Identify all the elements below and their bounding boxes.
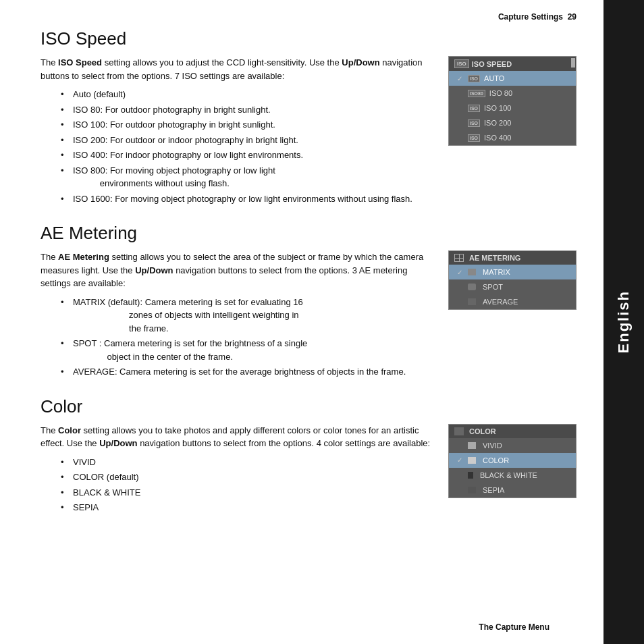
ae-metering-body: The AE Metering setting allows you to se…: [41, 250, 435, 290]
color-item-bw[interactable]: BLACK & WHITE: [449, 468, 576, 483]
color-label-bw: BLACK & WHITE: [480, 471, 537, 479]
iso-check-auto: ✓: [457, 75, 464, 82]
page-content: Capture Settings 29 ISO Speed The ISO Sp…: [0, 0, 603, 644]
iso-item-400[interactable]: ISO ISO 400: [449, 130, 576, 145]
color-body: The Color setting allows you to take pho…: [41, 424, 435, 450]
iso-item-auto[interactable]: ✓ ISO AUTO: [449, 71, 576, 86]
footer-label: The Capture Menu: [479, 622, 549, 632]
iso-item-200[interactable]: ISO ISO 200: [449, 115, 576, 130]
list-item: AVERAGE: Camera metering is set for the …: [61, 365, 435, 379]
iso-item-100[interactable]: ISO ISO 100: [449, 101, 576, 115]
average-icon: [468, 298, 476, 305]
iso-speed-inner: The ISO Speed setting allows you to adju…: [41, 56, 576, 212]
ae-label-matrix: MATRIX: [483, 268, 510, 276]
ae-metering-section: AE Metering The AE Metering setting allo…: [41, 223, 576, 385]
iso-speed-text: The ISO Speed setting allows you to adju…: [41, 56, 435, 212]
ae-metering-title: AE Metering: [41, 223, 576, 244]
iso-item-80[interactable]: ISO80 ISO 80: [449, 86, 576, 101]
iso-label-80: ISO 80: [489, 89, 512, 97]
color-text: The Color setting allows you to take pho…: [41, 424, 435, 521]
color-icon: [468, 457, 476, 464]
ae-item-spot[interactable]: SPOT: [449, 279, 576, 294]
spot-icon: [468, 284, 476, 290]
iso-speed-panel: ISO ISO SPEED ✓ ISO AUTO ISO80 ISO 80 IS…: [448, 56, 576, 146]
color-panel-header: COLOR: [449, 425, 576, 438]
ae-metering-text: The AE Metering setting allows you to se…: [41, 250, 435, 385]
sepia-icon: [468, 487, 476, 493]
iso-speed-title: ISO Speed: [41, 28, 576, 49]
iso-label-auto: AUTO: [484, 74, 504, 82]
list-item: ISO 80: For outdoor photography in brigh…: [61, 103, 435, 117]
matrix-icon: [468, 269, 476, 275]
iso-label-200: ISO 200: [484, 119, 511, 127]
bw-icon: [468, 472, 473, 479]
iso-speed-body: The ISO Speed setting allows you to adju…: [41, 56, 435, 82]
color-title: Color: [41, 396, 576, 417]
color-label-vivid: VIVID: [483, 441, 502, 450]
color-item-color[interactable]: ✓ COLOR: [449, 453, 576, 468]
iso-speed-section: ISO Speed The ISO Speed setting allows y…: [41, 28, 576, 212]
iso-header-icon: ISO: [454, 59, 469, 68]
vivid-icon: [468, 442, 476, 449]
list-item: ISO 100: For outdoor photography in brig…: [61, 118, 435, 132]
iso-panel-header: ISO ISO SPEED: [449, 57, 576, 71]
page-footer: The Capture Menu: [479, 622, 549, 632]
ae-item-matrix[interactable]: ✓ MATRIX: [449, 265, 576, 279]
iso-speed-list: Auto (default) ISO 80: For outdoor photo…: [61, 88, 435, 205]
color-item-vivid[interactable]: VIVID: [449, 438, 576, 453]
color-section: Color The Color setting allows you to ta…: [41, 396, 576, 521]
list-item: ISO 400: For indoor photography or low l…: [61, 149, 435, 162]
english-tab: English: [603, 0, 644, 644]
color-header-icon: [454, 427, 464, 435]
list-item: ISO 1600: For moving object photography …: [61, 192, 435, 206]
list-item: COLOR (default): [61, 471, 435, 484]
page-number: 29: [568, 12, 576, 22]
color-check-color: ✓: [457, 456, 464, 464]
list-item: ISO 800: For moving object photography o…: [61, 164, 435, 190]
color-panel: COLOR VIVID ✓ COLOR BLACK & WHITE: [448, 424, 576, 498]
list-item: SEPIA: [61, 501, 435, 514]
iso-icon-80: ISO80: [468, 90, 485, 97]
color-label-color: COLOR: [483, 456, 509, 464]
list-item: VIVID: [61, 456, 435, 469]
ae-header-icon: [454, 254, 464, 262]
iso-icon: ISO: [468, 75, 480, 82]
color-panel-title: COLOR: [469, 427, 496, 435]
color-inner: The Color setting allows you to take pho…: [41, 424, 576, 521]
english-tab-label: English: [615, 290, 633, 353]
iso-label-100: ISO 100: [484, 104, 511, 112]
iso-icon-100: ISO: [468, 105, 480, 112]
page-header: Capture Settings 29: [41, 12, 576, 22]
iso-icon-200: ISO: [468, 119, 480, 127]
ae-item-average[interactable]: AVERAGE: [449, 294, 576, 309]
ae-metering-panel: AE METERING ✓ MATRIX SPOT AVERAGE: [448, 250, 576, 310]
scrollbar-thumb[interactable]: [571, 58, 575, 68]
list-item: Auto (default): [61, 88, 435, 101]
color-label-sepia: SEPIA: [483, 486, 504, 494]
list-item: ISO 200: For outdoor or indoor photograp…: [61, 134, 435, 147]
ae-label-average: AVERAGE: [483, 298, 518, 306]
ae-metering-list: MATRIX (default): Camera metering is set…: [61, 296, 435, 379]
ae-label-spot: SPOT: [483, 283, 503, 291]
ae-panel-header: AE METERING: [449, 251, 576, 265]
ae-metering-inner: The AE Metering setting allows you to se…: [41, 250, 576, 385]
list-item: SPOT : Camera metering is set for the br…: [61, 337, 435, 363]
iso-label-400: ISO 400: [484, 134, 511, 142]
ae-check-matrix: ✓: [457, 269, 464, 276]
list-item: BLACK & WHITE: [61, 486, 435, 500]
ae-panel-title: AE METERING: [469, 254, 520, 262]
page-header-title: Capture Settings: [498, 12, 563, 22]
list-item: MATRIX (default): Camera metering is set…: [61, 296, 435, 336]
iso-icon-400: ISO: [468, 134, 480, 142]
iso-panel-title: ISO SPEED: [472, 60, 512, 68]
color-list: VIVID COLOR (default) BLACK & WHITE SEPI…: [61, 456, 435, 514]
color-item-sepia[interactable]: SEPIA: [449, 483, 576, 498]
